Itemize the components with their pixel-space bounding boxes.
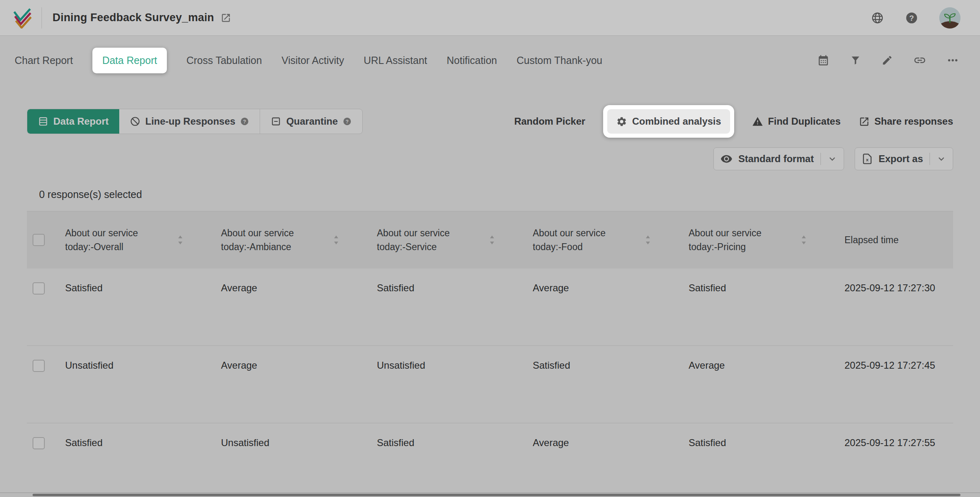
button-divider (930, 153, 930, 165)
cell-overall: Satisfied (65, 437, 103, 449)
standard-format-label: Standard format (738, 153, 814, 165)
svg-text:?: ? (346, 119, 348, 125)
open-survey-icon[interactable] (221, 13, 231, 23)
chevron-down-icon (827, 154, 837, 164)
horizontal-scrollbar-thumb[interactable] (33, 494, 960, 496)
survey-title: Dining Feedback Survey_main (52, 11, 214, 24)
cell-food: Satisfied (533, 360, 570, 371)
table-row[interactable]: Satisfied Unsatisfied Satisfied Average … (27, 423, 953, 497)
share-responses-label: Share responses (875, 116, 953, 127)
sort-icon[interactable] (488, 235, 496, 245)
export-file-icon: x (862, 153, 873, 165)
view-lineup-responses-button[interactable]: Line-up Responses ? (119, 109, 260, 134)
table-header-row: About our service today:-Overall About o… (27, 211, 953, 268)
row-checkbox[interactable] (33, 437, 45, 449)
button-divider (820, 153, 821, 165)
select-all-checkbox[interactable] (33, 234, 45, 246)
filter-icon[interactable] (850, 55, 861, 66)
svg-text:?: ? (909, 13, 914, 22)
quarantine-help-icon: ? (343, 117, 352, 126)
chevron-down-icon (936, 154, 946, 164)
gear-icon (616, 116, 627, 127)
tab-chart-report[interactable]: Chart Report (15, 55, 73, 66)
avatar[interactable] (939, 7, 960, 29)
eye-icon (720, 153, 733, 165)
svg-text:?: ? (243, 119, 246, 125)
tab-data-report[interactable]: Data Report (92, 48, 167, 73)
view-lineup-responses-label: Line-up Responses (145, 116, 235, 127)
column-header-ambiance: About our service today:-Ambiance (215, 226, 371, 254)
app-logo-icon (11, 7, 33, 29)
column-header-overall: About our service today:-Overall (59, 226, 215, 254)
warning-icon (752, 116, 763, 127)
cell-overall: Satisfied (65, 282, 103, 294)
cell-food: Average (533, 282, 569, 294)
random-picker-label: Random Picker (514, 116, 585, 127)
help-icon[interactable]: ? (905, 11, 918, 24)
selection-status: 0 response(s) selected (39, 188, 953, 200)
date-range-icon[interactable] (817, 54, 829, 66)
share-responses-button[interactable]: Share responses (859, 116, 953, 127)
column-header-service: About our service today:-Service (371, 226, 527, 254)
cell-food: Average (533, 437, 569, 449)
row-checkbox[interactable] (33, 360, 45, 372)
view-quarantine-label: Quarantine (286, 116, 338, 127)
sort-icon[interactable] (644, 235, 652, 245)
random-picker-button[interactable]: Random Picker (514, 116, 585, 127)
cell-ambiance: Unsatisfied (221, 437, 269, 449)
horizontal-scrollbar (0, 493, 980, 497)
tab-url-assistant[interactable]: URL Assistant (363, 55, 427, 66)
cell-pricing: Satisfied (689, 437, 726, 449)
tab-cross-tabulation[interactable]: Cross Tabulation (186, 55, 262, 66)
cell-ambiance: Average (221, 360, 257, 371)
sort-icon[interactable] (332, 235, 340, 245)
share-icon (859, 116, 870, 127)
cell-elapsed-time: 2025-09-12 17:27:45 (844, 360, 935, 371)
combined-analysis-button[interactable]: Combined analysis (607, 109, 730, 134)
combined-analysis-label: Combined analysis (632, 116, 721, 127)
sort-icon[interactable] (800, 235, 808, 245)
export-as-dropdown[interactable]: x Export as (855, 147, 953, 170)
header-divider (42, 7, 42, 29)
svg-text:x: x (866, 157, 868, 162)
row-checkbox[interactable] (33, 282, 45, 295)
tab-visitor-activity[interactable]: Visitor Activity (282, 55, 344, 66)
more-options-icon[interactable] (947, 54, 959, 66)
view-quarantine-button[interactable]: Quarantine ? (260, 109, 362, 134)
cell-service: Satisfied (377, 437, 414, 449)
data-report-panel: Data Report Line-up Responses ? Quaranti… (0, 105, 980, 497)
find-duplicates-label: Find Duplicates (768, 116, 841, 127)
cell-service: Unsatisfied (377, 360, 425, 371)
cell-pricing: Satisfied (689, 282, 726, 294)
column-header-elapsed-time: Elapsed time (839, 233, 953, 247)
tab-custom-thank-you[interactable]: Custom Thank-you (516, 55, 602, 66)
find-duplicates-button[interactable]: Find Duplicates (752, 116, 841, 127)
standard-format-dropdown[interactable]: Standard format (713, 147, 844, 170)
edit-icon[interactable] (882, 55, 893, 66)
column-header-pricing: About our service today:-Pricing (683, 226, 839, 254)
app-header: Dining Feedback Survey_main ? (0, 0, 980, 36)
response-actions: Random Picker Combined analysis Find Dup… (514, 105, 953, 138)
combined-analysis-spotlight: Combined analysis (603, 105, 734, 138)
report-tabbar: Chart Report Data Report Cross Tabulatio… (0, 36, 980, 85)
sort-icon[interactable] (176, 235, 184, 245)
responses-table: About our service today:-Overall About o… (27, 211, 953, 497)
language-globe-icon[interactable] (871, 11, 884, 24)
export-as-label: Export as (879, 153, 923, 165)
view-data-report-button[interactable]: Data Report (27, 109, 119, 134)
response-view-switcher: Data Report Line-up Responses ? Quaranti… (27, 109, 363, 134)
view-data-report-label: Data Report (53, 116, 109, 127)
cell-service: Satisfied (377, 282, 414, 294)
cell-elapsed-time: 2025-09-12 17:27:55 (844, 437, 935, 449)
lineup-help-icon: ? (240, 117, 249, 126)
table-row[interactable]: Satisfied Average Satisfied Average Sati… (27, 268, 953, 346)
table-row[interactable]: Unsatisfied Average Unsatisfied Satisfie… (27, 346, 953, 423)
cell-pricing: Average (689, 360, 725, 371)
cell-elapsed-time: 2025-09-12 17:27:30 (844, 282, 935, 294)
tab-notification[interactable]: Notification (447, 55, 497, 66)
column-header-food: About our service today:-Food (527, 226, 683, 254)
link-icon[interactable] (913, 54, 926, 67)
cell-overall: Unsatisfied (65, 360, 114, 371)
cell-ambiance: Average (221, 282, 257, 294)
